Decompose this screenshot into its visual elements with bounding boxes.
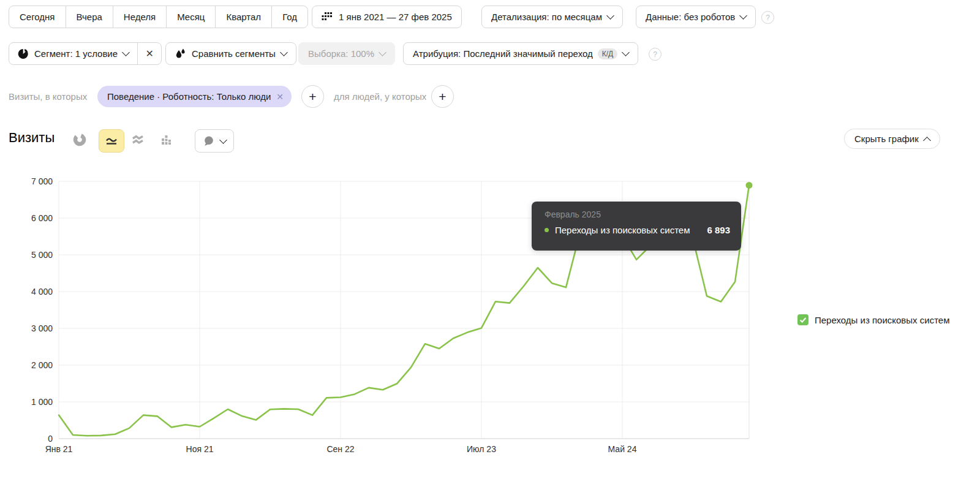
- chevron-up-icon: [923, 137, 931, 145]
- chevron-down-icon: [219, 136, 227, 144]
- svg-text:0: 0: [48, 434, 53, 444]
- chip-label: Поведение · Роботность: Только люди: [107, 91, 271, 102]
- chevron-down-icon: [606, 12, 614, 20]
- detail-label: Детализация: по месяцам: [491, 12, 602, 22]
- svg-text:1 000: 1 000: [31, 397, 53, 407]
- hide-chart-button[interactable]: Скрыть график: [844, 129, 940, 149]
- svg-text:Июл 23: Июл 23: [467, 444, 496, 454]
- plus-icon: +: [439, 89, 446, 104]
- period-year-label: Год: [282, 12, 297, 22]
- comment-bubble-icon: [203, 135, 215, 146]
- add-people-condition-button[interactable]: +: [431, 85, 454, 108]
- svg-text:4 000: 4 000: [31, 287, 53, 297]
- checkmark-icon: [799, 316, 807, 324]
- people-condition-label: для людей, у которых: [334, 85, 426, 108]
- segment-dropdown: Сегмент: 1 условие ✕: [9, 42, 162, 65]
- yandex-metrica-visits-page: Сегодня Вчера Неделя Месяц Квартал Год 1…: [0, 0, 980, 495]
- sampling-dropdown[interactable]: Выборка: 100%: [298, 42, 395, 65]
- tooltip-series-value: 6 893: [707, 225, 730, 235]
- chevron-down-icon: [379, 48, 386, 56]
- period-today-button[interactable]: Сегодня: [9, 6, 66, 28]
- attribution-badge: К/Д: [598, 48, 617, 59]
- svg-text:Ноя 21: Ноя 21: [186, 444, 214, 454]
- date-range-button[interactable]: 1 янв 2021 — 27 фев 2025: [312, 6, 462, 28]
- chevron-down-icon: [622, 48, 630, 56]
- tooltip-month-label: Февраль 2025: [545, 210, 730, 219]
- chevron-down-icon: [739, 12, 747, 20]
- segment-pie-icon: [18, 48, 29, 59]
- page-title: Визиты: [9, 130, 55, 146]
- chart-tooltip: Февраль 2025 Переходы из поисковых систе…: [532, 202, 741, 251]
- visits-condition-label: Визиты, в которых: [9, 85, 87, 108]
- sampling-label: Выборка: 100%: [308, 48, 374, 59]
- period-week-label: Неделя: [124, 12, 156, 22]
- chart-type-line-button-selected[interactable]: [99, 129, 124, 153]
- date-range-label: 1 янв 2021 — 27 фев 2025: [339, 12, 452, 22]
- compare-segments-label: Сравнить сегменты: [192, 48, 276, 59]
- stacked-area-icon: [132, 134, 144, 145]
- detail-dropdown[interactable]: Детализация: по месяцам: [481, 6, 623, 28]
- legend-checkbox-checked[interactable]: [797, 314, 809, 325]
- question-mark: ?: [766, 13, 770, 22]
- help-icon[interactable]: ?: [649, 48, 662, 61]
- svg-text:Май 24: Май 24: [608, 444, 637, 454]
- period-month-label: Месяц: [177, 12, 205, 22]
- chevron-down-icon: [122, 48, 130, 56]
- data-mode-label: Данные: без роботов: [646, 12, 735, 22]
- svg-text:6 000: 6 000: [31, 213, 53, 223]
- legend-item-search-traffic[interactable]: Переходы из поисковых систем: [797, 314, 950, 325]
- legend-label: Переходы из поисковых систем: [815, 315, 950, 325]
- close-icon: ✕: [145, 48, 153, 59]
- svg-text:Янв 21: Янв 21: [45, 444, 73, 454]
- chevron-down-icon: [280, 48, 288, 56]
- period-month-button[interactable]: Месяц: [166, 6, 215, 28]
- period-today-label: Сегодня: [20, 12, 55, 22]
- chip-remove-icon[interactable]: ✕: [276, 92, 284, 102]
- data-mode-dropdown[interactable]: Данные: без роботов: [636, 6, 756, 28]
- chart-type-columns-button[interactable]: [159, 132, 174, 147]
- plus-icon: +: [309, 89, 316, 104]
- period-week-button[interactable]: Неделя: [113, 6, 166, 28]
- column-chart-icon: [160, 133, 173, 146]
- period-quarter-button[interactable]: Квартал: [215, 6, 271, 28]
- svg-text:5 000: 5 000: [31, 250, 53, 260]
- segment-condition-chip[interactable]: Поведение · Роботность: Только люди ✕: [97, 86, 292, 107]
- svg-text:3 000: 3 000: [31, 323, 53, 333]
- calendar-grid-icon: [322, 12, 332, 21]
- period-yesterday-label: Вчера: [77, 12, 102, 22]
- attribution-label: Атрибуция: Последний значимый переход: [413, 48, 593, 59]
- period-year-button[interactable]: Год: [271, 6, 307, 28]
- line-chart-icon: [105, 134, 118, 148]
- attribution-dropdown[interactable]: Атрибуция: Последний значимый переход К/…: [403, 42, 638, 65]
- help-icon[interactable]: ?: [761, 11, 774, 24]
- chart-type-pie-button[interactable]: [72, 132, 87, 147]
- svg-text:7 000: 7 000: [31, 176, 53, 186]
- compare-droplets-icon: [175, 48, 186, 59]
- pie-chart-icon: [73, 133, 86, 146]
- svg-text:Сен 22: Сен 22: [326, 444, 354, 454]
- tooltip-series-label: Переходы из поисковых систем: [555, 225, 690, 235]
- svg-text:2 000: 2 000: [31, 360, 53, 370]
- series-dot-icon: [545, 228, 549, 232]
- period-quarter-label: Квартал: [226, 12, 261, 22]
- segment-label: Сегмент: 1 условие: [34, 48, 118, 59]
- segment-main-button[interactable]: Сегмент: 1 условие: [9, 43, 137, 64]
- question-mark: ?: [653, 50, 657, 59]
- compare-segments-dropdown[interactable]: Сравнить сегменты: [165, 42, 296, 65]
- period-yesterday-button[interactable]: Вчера: [66, 6, 113, 28]
- segment-clear-button[interactable]: ✕: [137, 43, 161, 64]
- chart-type-stacked-button[interactable]: [131, 133, 145, 146]
- tooltip-series-row: Переходы из поисковых систем 6 893: [545, 225, 730, 235]
- annotations-dropdown[interactable]: [195, 129, 234, 153]
- add-visit-condition-button[interactable]: +: [301, 85, 324, 108]
- period-segmented-control: Сегодня Вчера Неделя Месяц Квартал Год: [9, 6, 308, 28]
- hide-chart-label: Скрыть график: [854, 134, 919, 144]
